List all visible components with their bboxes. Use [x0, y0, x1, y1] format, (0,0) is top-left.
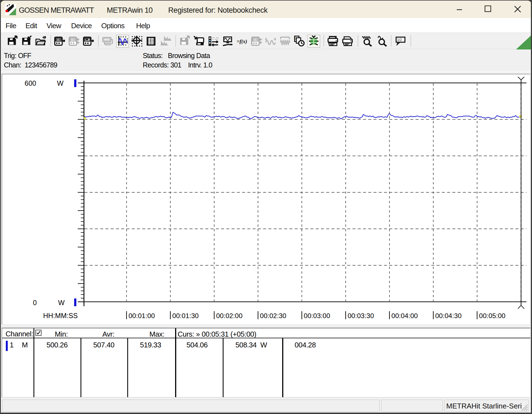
- svg-text:00:02:00: 00:02:00: [216, 312, 242, 319]
- svg-text:00:03:00: 00:03:00: [304, 312, 330, 319]
- svg-text:00:01:00: 00:01:00: [128, 312, 155, 319]
- svg-text:00:05:00: 00:05:00: [479, 312, 505, 319]
- svg-text:HH:MM:SS: HH:MM:SS: [43, 312, 78, 319]
- svg-text:00:02:30: 00:02:30: [260, 312, 286, 319]
- svg-text:00:04:30: 00:04:30: [435, 312, 461, 319]
- svg-text:0: 0: [33, 299, 37, 306]
- svg-text:W: W: [57, 79, 64, 87]
- svg-text:00:04:00: 00:04:00: [391, 312, 418, 319]
- svg-text:00:03:30: 00:03:30: [347, 312, 374, 319]
- svg-text:00:01:30: 00:01:30: [172, 312, 199, 319]
- svg-text:600: 600: [25, 79, 36, 87]
- svg-text:W: W: [58, 299, 65, 306]
